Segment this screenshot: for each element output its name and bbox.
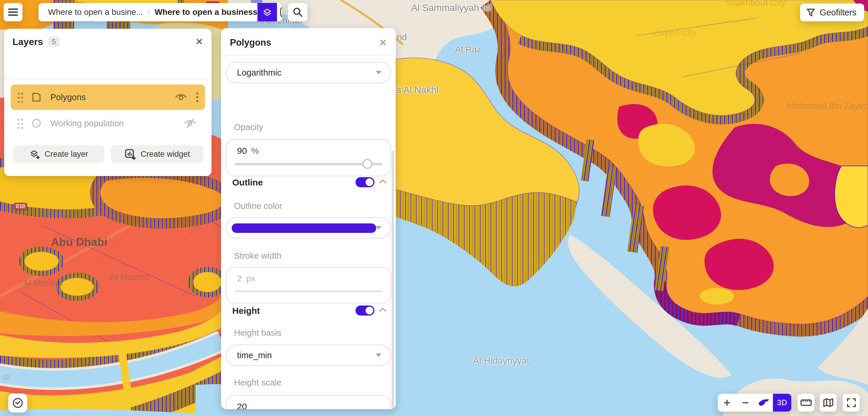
stroke-width-control: 2px (226, 267, 391, 303)
opacity-slider[interactable] (235, 163, 382, 165)
layers-count-badge: 5 (48, 36, 59, 47)
stroke-width-slider[interactable] (235, 290, 382, 292)
chevron-down-icon (376, 226, 381, 230)
layers-panel-title: Layers (12, 36, 43, 48)
outline-color-select[interactable] (226, 217, 391, 239)
visibility-on-icon[interactable] (175, 93, 187, 101)
opacity-unit: % (251, 146, 259, 156)
visibility-off-icon[interactable] (184, 118, 196, 128)
stroke-width-label: Stroke width (234, 251, 281, 261)
create-layer-label: Create layer (44, 150, 88, 159)
chart-icon (280, 6, 282, 18)
opacity-control: 90% (226, 139, 391, 176)
hamburger-icon (8, 8, 18, 17)
layers-panel-footer: Create layer Create widget (4, 145, 212, 176)
create-widget-icon (124, 148, 136, 160)
geofilters-label: Geofilters (820, 8, 857, 18)
stroke-width-placeholder[interactable]: 2 (237, 273, 242, 284)
opacity-value[interactable]: 90 (237, 146, 247, 156)
compass-icon (758, 398, 770, 407)
outline-color-label: Outline color (234, 201, 282, 211)
fullscreen-icon (846, 398, 857, 408)
chevron-down-icon (376, 71, 381, 75)
height-collapse-icon[interactable] (379, 307, 387, 314)
stroke-width-unit: px (246, 273, 256, 284)
measure-button[interactable] (798, 394, 814, 412)
history-button[interactable] (8, 393, 27, 412)
zoom-out-button[interactable]: − (736, 394, 754, 412)
panel-scrollbar[interactable] (392, 150, 394, 409)
height-basis-select[interactable]: time_min (226, 345, 391, 366)
clock-icon (12, 397, 24, 409)
create-widget-label: Create widget (141, 150, 190, 159)
create-layer-icon (29, 149, 40, 159)
layer-label: Polygons (50, 92, 86, 102)
basemap-button[interactable] (820, 394, 837, 412)
search-icon (292, 7, 303, 18)
scale-select-value: Logarithmic (237, 68, 281, 78)
layers-panel: Layers 5 ✕ Polygons (4, 29, 212, 176)
drag-handle-icon[interactable] (17, 117, 24, 129)
widgets-button[interactable] (277, 3, 282, 21)
geofilters-button[interactable]: Geofilters (800, 4, 864, 21)
zoom-control: + − 3D (718, 394, 791, 412)
height-scale-label: Height scale (234, 378, 281, 388)
layers-toggle-button[interactable] (257, 3, 277, 21)
layer-label: Working population (50, 119, 124, 128)
app-root: Khor Laffan Al Sammaliyyah Isl nd Al Raz… (0, 0, 868, 416)
layers-close-icon[interactable]: ✕ (195, 37, 203, 47)
map-icon (823, 398, 834, 408)
filter-icon (806, 8, 815, 17)
height-scale-value[interactable]: 20 (237, 402, 247, 409)
road-shield-e10: E10 (13, 203, 27, 210)
outline-collapse-icon[interactable] (379, 179, 387, 186)
outline-toggle[interactable] (355, 177, 374, 187)
breadcrumb-separator: / (148, 8, 150, 17)
breadcrumb-parent[interactable]: Where to open a busine... (48, 7, 143, 17)
breadcrumb-current[interactable]: Where to open a business (155, 7, 257, 17)
mode-3d-button[interactable]: 3D (773, 394, 791, 412)
polygons-panel-title: Polygons (230, 37, 271, 48)
point-layer-icon (31, 118, 42, 129)
drag-handle-icon[interactable] (17, 91, 24, 103)
height-scale-control: 20 (226, 395, 391, 409)
layer-row-polygons[interactable]: Polygons (11, 84, 205, 110)
chevron-down-icon (376, 354, 381, 357)
outline-color-swatch (232, 224, 376, 233)
layer-menu-icon[interactable] (196, 92, 198, 103)
layer-row-working-population[interactable]: Working population (11, 111, 205, 136)
layers-icon (261, 6, 273, 18)
polygons-style-panel: Polygons ✕ Logarithmic Opacity 90% Outli… (221, 28, 396, 409)
opacity-slider-thumb[interactable] (362, 159, 372, 169)
height-section-label: Height (232, 306, 260, 316)
fullscreen-button[interactable] (843, 394, 860, 412)
polygon-layer-icon (31, 92, 42, 103)
search-button[interactable] (288, 3, 308, 21)
outline-section-label: Outline (232, 177, 263, 187)
menu-button[interactable] (4, 3, 23, 21)
height-toggle[interactable] (355, 305, 374, 316)
compass-button[interactable] (754, 394, 773, 412)
zoom-in-button[interactable]: + (718, 394, 736, 412)
opacity-label: Opacity (234, 122, 263, 132)
height-basis-label: Height basis (234, 328, 281, 338)
road-shield-fragment (251, 0, 262, 3)
breadcrumb-bar: Where to open a busine... / Where to ope… (38, 3, 282, 21)
create-layer-button[interactable]: Create layer (13, 145, 104, 163)
height-basis-value: time_min (237, 351, 272, 360)
polygons-close-icon[interactable]: ✕ (379, 38, 387, 48)
ruler-icon (800, 398, 812, 407)
scale-select[interactable]: Logarithmic (226, 62, 391, 83)
create-widget-button[interactable]: Create widget (111, 145, 203, 163)
